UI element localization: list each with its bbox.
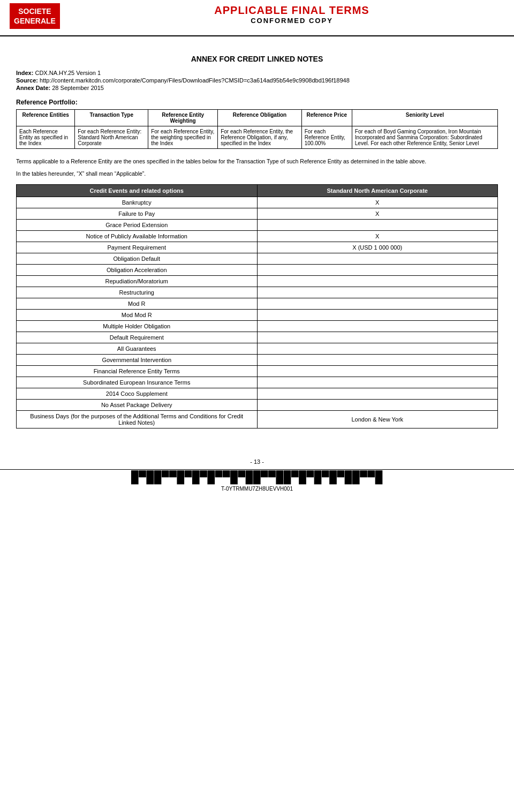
ref-price-cell: For each Reference Entity, 100.00% bbox=[301, 126, 352, 149]
credit-event-label: Bankruptcy bbox=[17, 197, 258, 208]
table-row: Mod R bbox=[17, 298, 498, 310]
logo-line1: SOCIETE bbox=[14, 6, 56, 16]
terms-applicable-text: Terms applicable to a Reference Entity a… bbox=[16, 157, 498, 166]
credit-event-label: All Guarantees bbox=[17, 343, 258, 355]
credit-event-label: No Asset Package Delivery bbox=[17, 400, 258, 411]
credit-event-label: Default Requirement bbox=[17, 332, 258, 343]
company-logo: SOCIETE GENERALE bbox=[10, 3, 60, 29]
credit-event-label: Financial Reference Entity Terms bbox=[17, 366, 258, 377]
ref-entities-cell: Each Reference Entity as specified in th… bbox=[17, 126, 75, 149]
tables-note: In the tables hereunder, “X” shall mean … bbox=[16, 170, 498, 177]
table-row: Obligation Acceleration bbox=[17, 265, 498, 276]
table-row: Default Requirement bbox=[17, 332, 498, 343]
credit-event-label: Failure to Pay bbox=[17, 208, 258, 220]
source-line: Source: http://content.markitcdn.com/cor… bbox=[16, 77, 498, 84]
credit-event-value bbox=[257, 321, 498, 332]
table-row: Grace Period Extension bbox=[17, 220, 498, 231]
document-id: T-0YTRMMU7ZH8UEVVH001 bbox=[131, 486, 383, 492]
credit-event-value: X bbox=[257, 208, 498, 220]
credit-event-value bbox=[257, 332, 498, 343]
table-row: No Asset Package Delivery bbox=[17, 400, 498, 411]
credit-event-value: X bbox=[257, 231, 498, 242]
credit-event-value bbox=[257, 355, 498, 366]
credit-event-value: London & New York bbox=[257, 411, 498, 428]
credit-event-label: Mod R bbox=[17, 298, 258, 310]
page-header: SOCIETE GENERALE APPLICABLE FINAL TERMS … bbox=[0, 0, 514, 36]
credit-event-value bbox=[257, 265, 498, 276]
col-header-1: Reference Entities bbox=[17, 110, 75, 126]
credit-event-value bbox=[257, 220, 498, 231]
credit-event-label: Obligation Default bbox=[17, 253, 258, 265]
credit-event-value bbox=[257, 287, 498, 298]
table-row: Restructuring bbox=[17, 287, 498, 298]
credit-event-label: Notice of Publicly Available Information bbox=[17, 231, 258, 242]
source-value: http://content.markitcdn.com/corporate/C… bbox=[40, 77, 350, 84]
credit-events-table: Credit Events and related options Standa… bbox=[16, 184, 498, 428]
credit-event-label: Repudiation/Moratorium bbox=[17, 276, 258, 287]
credit-event-label: Subordinated European Insurance Terms bbox=[17, 377, 258, 388]
credit-event-label: 2014 Coco Supplement bbox=[17, 388, 258, 400]
seniority-level-cell: For each of Boyd Gaming Corporation, Iro… bbox=[352, 126, 497, 149]
table-row: 2014 Coco Supplement bbox=[17, 388, 498, 400]
table-row: Obligation Default bbox=[17, 253, 498, 265]
sub-title: CONFORMED COPY bbox=[70, 17, 514, 25]
col-header-5: Reference Price bbox=[301, 110, 352, 126]
credit-event-value bbox=[257, 298, 498, 310]
credit-events-header: Credit Events and related options bbox=[17, 185, 258, 197]
credit-event-label: Multiple Holder Obligation bbox=[17, 321, 258, 332]
table-row: Subordinated European Insurance Terms bbox=[17, 377, 498, 388]
table-row: Financial Reference Entity Terms bbox=[17, 366, 498, 377]
main-content: ANNEX FOR CREDIT LINKED NOTES Index: CDX… bbox=[0, 36, 514, 448]
logo-area: SOCIETE GENERALE bbox=[0, 0, 70, 32]
credit-event-label: Grace Period Extension bbox=[17, 220, 258, 231]
credit-event-value bbox=[257, 400, 498, 411]
credit-event-value bbox=[257, 343, 498, 355]
index-line: Index: CDX.NA.HY.25 Version 1 bbox=[16, 70, 498, 76]
index-value: CDX.NA.HY.25 Version 1 bbox=[35, 70, 101, 76]
annex-date-label: Annex Date: bbox=[16, 85, 52, 91]
credit-event-value bbox=[257, 310, 498, 321]
table-row: Each Reference Entity as specified in th… bbox=[17, 126, 498, 149]
annex-title: ANNEX FOR CREDIT LINKED NOTES bbox=[16, 55, 498, 63]
standard-corporate-header: Standard North American Corporate bbox=[257, 185, 498, 197]
meta-info: Index: CDX.NA.HY.25 Version 1 Source: ht… bbox=[16, 70, 498, 91]
main-title: APPLICABLE FINAL TERMS bbox=[70, 4, 514, 17]
table-row: BankruptcyX bbox=[17, 197, 498, 208]
table-row: Governmental Intervention bbox=[17, 355, 498, 366]
credit-event-value: X bbox=[257, 197, 498, 208]
source-label: Source: bbox=[16, 77, 38, 84]
entity-weighting-cell: For each Reference Entity, the weighting… bbox=[148, 126, 218, 149]
credit-event-label: Business Days (for the purposes of the A… bbox=[17, 411, 258, 428]
logo-line2: GENERALE bbox=[14, 16, 56, 26]
credit-event-label: Governmental Intervention bbox=[17, 355, 258, 366]
table-row: All Guarantees bbox=[17, 343, 498, 355]
barcode-image: █▀██▀▀█▀█▀█▀▀█▀██▀▀██▀█▀█▀█▀██▀▀█ bbox=[131, 472, 383, 484]
table-row: Repudiation/Moratorium bbox=[17, 276, 498, 287]
index-label: Index: bbox=[16, 70, 35, 76]
table-row: Multiple Holder Obligation bbox=[17, 321, 498, 332]
credit-event-value bbox=[257, 366, 498, 377]
reference-portfolio-table: Reference Entities Transaction Type Refe… bbox=[16, 109, 498, 149]
credit-event-value bbox=[257, 377, 498, 388]
credit-event-value bbox=[257, 388, 498, 400]
ref-portfolio-label: Reference Portfolio: bbox=[16, 99, 498, 106]
transaction-type-cell: For each Reference Entity: Standard Nort… bbox=[75, 126, 148, 149]
credit-event-value bbox=[257, 276, 498, 287]
credit-event-label: Mod Mod R bbox=[17, 310, 258, 321]
table-row: Failure to PayX bbox=[17, 208, 498, 220]
document-title-area: APPLICABLE FINAL TERMS CONFORMED COPY bbox=[70, 0, 514, 32]
barcode-area: █▀██▀▀█▀█▀█▀▀█▀██▀▀██▀█▀█▀█▀██▀▀█ T-0YTR… bbox=[0, 469, 514, 492]
col-header-6: Seniority Level bbox=[352, 110, 497, 126]
annex-date-value: 28 September 2015 bbox=[52, 85, 104, 91]
credit-event-label: Restructuring bbox=[17, 287, 258, 298]
annex-date-line: Annex Date: 28 September 2015 bbox=[16, 85, 498, 91]
footer: - 13 - █▀██▀▀█▀█▀█▀▀█▀██▀▀██▀█▀█▀█▀██▀▀█… bbox=[0, 458, 514, 492]
table-row: Notice of Publicly Available Information… bbox=[17, 231, 498, 242]
table-row: Business Days (for the purposes of the A… bbox=[17, 411, 498, 428]
credit-event-label: Payment Requirement bbox=[17, 242, 258, 253]
credit-event-value bbox=[257, 253, 498, 265]
page-number: - 13 - bbox=[0, 458, 514, 465]
credit-event-value: X (USD 1 000 000) bbox=[257, 242, 498, 253]
table-row: Payment RequirementX (USD 1 000 000) bbox=[17, 242, 498, 253]
credit-event-label: Obligation Acceleration bbox=[17, 265, 258, 276]
